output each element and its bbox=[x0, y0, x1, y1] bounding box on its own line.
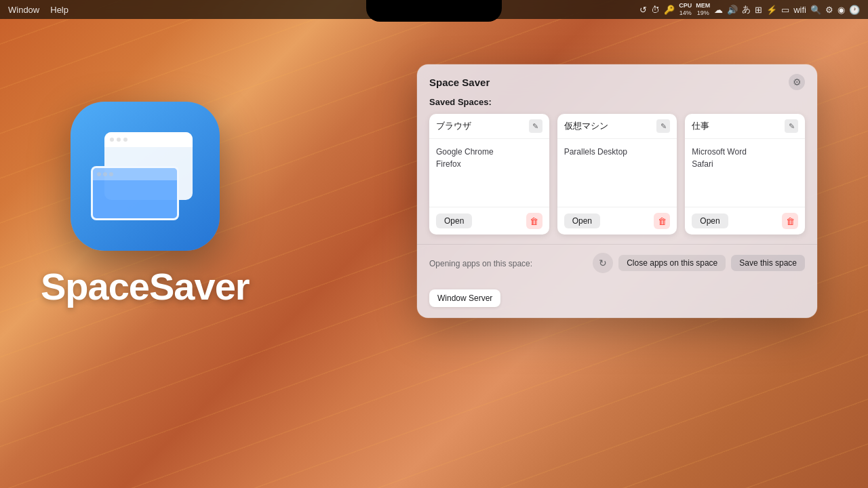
saved-spaces-label: Saved Spaces: bbox=[417, 97, 817, 114]
refresh-button[interactable]: ↻ bbox=[593, 253, 613, 273]
window-back-bar bbox=[104, 132, 193, 147]
dot-1 bbox=[110, 138, 114, 142]
app-icon-inner bbox=[91, 132, 199, 220]
space-name-vm: 仮想マシン bbox=[564, 120, 608, 132]
front-dot-1 bbox=[97, 172, 101, 176]
space-footer-browser: Open 🗑 bbox=[429, 207, 549, 235]
window-front-bar bbox=[93, 168, 177, 180]
input-method-icon[interactable]: あ bbox=[742, 3, 751, 16]
wifi-icon[interactable]: wifi bbox=[793, 5, 806, 15]
space-card-vm-header: 仮想マシン ✎ bbox=[557, 114, 677, 139]
space-body-vm: Parallels Desktop bbox=[557, 139, 677, 207]
panel-bottom: Opening apps on this space: ↻ Close apps… bbox=[417, 253, 817, 318]
app-chip-label: Window Server bbox=[437, 293, 492, 303]
menubar-right: ↺ ⏱ 🔑 CPU 14% MEM 19% ☁ 🔊 あ ⊞ ⚡ ▭ wifi 🔍… bbox=[639, 2, 860, 17]
menu-help[interactable]: Help bbox=[50, 5, 68, 15]
edit-button-browser[interactable]: ✎ bbox=[529, 119, 542, 133]
key-icon[interactable]: 🔑 bbox=[664, 5, 675, 15]
edit-button-work[interactable]: ✎ bbox=[785, 119, 798, 133]
space-card-browser-header: ブラウザ ✎ bbox=[429, 114, 549, 139]
front-dot-2 bbox=[103, 172, 107, 176]
panel-divider bbox=[417, 244, 817, 245]
space-name-browser: ブラウザ bbox=[436, 120, 471, 132]
spacesaver-panel: Space Saver ⚙ Saved Spaces: ブラウザ ✎ Googl… bbox=[417, 64, 817, 318]
dot-3 bbox=[123, 138, 127, 142]
panel-title: Space Saver bbox=[429, 77, 490, 88]
app-title: SpaceSaver bbox=[41, 264, 250, 308]
control-center-icon[interactable]: ⚙ bbox=[825, 5, 833, 15]
edit-button-vm[interactable]: ✎ bbox=[656, 119, 670, 133]
menubar-left: Window Help bbox=[8, 5, 68, 15]
space-name-work: 仕事 bbox=[692, 120, 709, 132]
app-showcase: SpaceSaver bbox=[41, 102, 250, 308]
open-button-work[interactable]: Open bbox=[692, 214, 728, 228]
display-icon[interactable]: ▭ bbox=[781, 5, 789, 15]
open-button-browser[interactable]: Open bbox=[436, 214, 472, 228]
time-icon[interactable]: 🕐 bbox=[849, 5, 860, 15]
space-card-vm: 仮想マシン ✎ Parallels Desktop Open 🗑 bbox=[557, 114, 677, 235]
save-space-button[interactable]: Save this space bbox=[731, 255, 805, 271]
app-chip-window-server: Window Server bbox=[429, 289, 500, 307]
space-card-browser: ブラウザ ✎ Google ChromeFirefox Open 🗑 bbox=[429, 114, 549, 235]
space-body-work: Microsoft WordSafari bbox=[685, 139, 805, 207]
delete-button-vm[interactable]: 🗑 bbox=[654, 213, 670, 229]
delete-button-browser[interactable]: 🗑 bbox=[526, 213, 542, 229]
color-icon[interactable]: ◉ bbox=[837, 5, 845, 15]
space-footer-vm: Open 🗑 bbox=[557, 207, 677, 235]
delete-button-work[interactable]: 🗑 bbox=[782, 213, 798, 229]
front-dot-3 bbox=[109, 172, 113, 176]
menu-window[interactable]: Window bbox=[8, 5, 39, 15]
icloud-icon[interactable]: ☁ bbox=[714, 5, 723, 15]
current-apps-list: Window Server bbox=[429, 289, 805, 307]
mission-control-icon[interactable]: ⊞ bbox=[755, 5, 762, 15]
space-footer-work: Open 🗑 bbox=[685, 207, 805, 235]
panel-header: Space Saver ⚙ bbox=[417, 64, 817, 97]
opening-label: Opening apps on this space: bbox=[429, 259, 532, 268]
search-icon[interactable]: 🔍 bbox=[810, 5, 821, 15]
space-card-work: 仕事 ✎ Microsoft WordSafari Open 🗑 bbox=[685, 114, 805, 235]
settings-button[interactable]: ⚙ bbox=[789, 74, 805, 90]
volume-icon[interactable]: 🔊 bbox=[727, 5, 738, 15]
app-icon bbox=[71, 102, 220, 251]
close-apps-button[interactable]: Close apps on this space bbox=[618, 255, 726, 271]
open-button-vm[interactable]: Open bbox=[564, 214, 600, 228]
battery-icon[interactable]: ⚡ bbox=[766, 5, 777, 15]
clock-icon[interactable]: ⏱ bbox=[651, 5, 660, 15]
spaces-grid: ブラウザ ✎ Google ChromeFirefox Open 🗑 仮想マシン… bbox=[417, 114, 817, 244]
dot-2 bbox=[117, 138, 121, 142]
mem-widget: MEM 19% bbox=[696, 2, 710, 17]
notch bbox=[366, 0, 502, 22]
window-front bbox=[91, 166, 179, 220]
bottom-actions: ↻ Close apps on this space Save this spa… bbox=[593, 253, 805, 273]
space-card-work-header: 仕事 ✎ bbox=[685, 114, 805, 139]
space-body-browser: Google ChromeFirefox bbox=[429, 139, 549, 207]
history-icon[interactable]: ↺ bbox=[639, 5, 647, 15]
cpu-mem-widget: CPU 14% bbox=[679, 2, 692, 17]
